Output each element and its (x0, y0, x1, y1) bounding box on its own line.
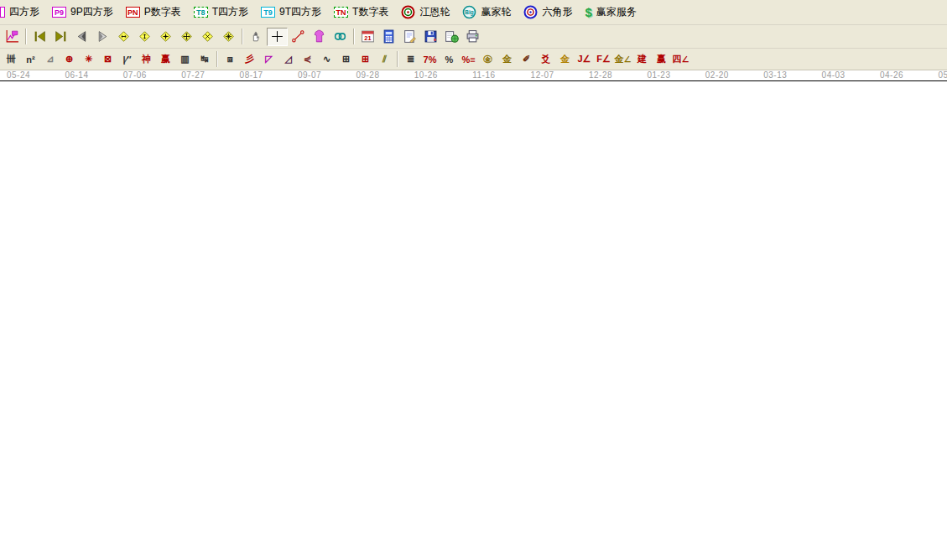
parallel-lines-icon: ⫽ (382, 54, 387, 65)
diamond-4-icon (180, 29, 194, 44)
ruler-grid-tool[interactable]: ▥ (175, 51, 195, 68)
yao-tool[interactable]: 爻 (536, 51, 555, 68)
gold-lines-tool[interactable]: 金 (497, 51, 517, 68)
export-icon (445, 29, 459, 44)
n-squared-tool[interactable]: n² (21, 51, 40, 68)
menu-item-9p-sifangxing[interactable]: P99P四方形 (52, 5, 113, 19)
print-icon (466, 29, 480, 44)
grid-red-tool[interactable]: ⊞ (356, 51, 375, 68)
skip-last-icon (54, 29, 68, 44)
save-button[interactable] (420, 28, 441, 46)
gold-lines-icon: 金 (502, 53, 512, 65)
fan-box-magenta-tool[interactable]: ◸ (259, 51, 278, 68)
menu-liujiaoxing-label: 六角形 (542, 5, 572, 19)
menu-item-t-shuzibiao[interactable]: TNT数字表 (334, 5, 388, 19)
hand-tool[interactable] (246, 28, 267, 46)
parallel-lines-tool[interactable]: ⫽ (375, 51, 394, 68)
ladder-icon: ≣ (407, 54, 414, 65)
diamond-tool-5[interactable] (197, 28, 218, 46)
skip-last-button[interactable] (50, 28, 71, 46)
diamond-tool-4[interactable] (176, 28, 197, 46)
ying-gann-tool[interactable]: 赢 (156, 51, 175, 68)
gold-circle-icon: ㊎ (483, 53, 492, 65)
percent-lines-icon: %≡ (461, 54, 475, 65)
menu-t-shuzibiao-icon: TN (334, 7, 348, 18)
toolbar-separator (353, 29, 355, 44)
date-tick-label: 10-26 (414, 70, 438, 80)
starburst-box-tool[interactable]: ⊠ (98, 51, 117, 68)
trend-flag-tool[interactable] (2, 28, 23, 46)
angle-line-tool[interactable] (288, 28, 309, 46)
grid-tool[interactable]: ⊞ (336, 51, 356, 68)
rect-select-icon: ⧈ (227, 54, 233, 65)
menu-p-shuzibiao-icon: PN (126, 7, 140, 18)
j-angle-icon: J∠ (578, 54, 591, 65)
print-button[interactable] (462, 28, 483, 46)
toolbar-drawing: 卌n²⊿⊕✳⊠|∕″神赢▥↹⧈彡◸◿⋞∿⊞⊞⫽≣7%%%≡㊎金✐爻金J∠F∠金∠… (0, 49, 947, 70)
gold-underline-tool[interactable]: 金 (555, 51, 575, 68)
fan-box-dark-tool[interactable]: ◿ (278, 51, 298, 68)
date-tick-label: 09-07 (298, 70, 321, 80)
diamond-2-icon (138, 29, 152, 44)
chart-canvas[interactable] (0, 70, 947, 560)
shen-gann-tool[interactable]: 神 (137, 51, 156, 68)
export-button[interactable] (441, 28, 462, 46)
menu-item-9t-sifangxing[interactable]: T99T四方形 (261, 5, 321, 19)
diamond-tool-1[interactable] (113, 28, 134, 46)
menu-item-jiangenlun[interactable]: 江恩轮 (401, 5, 450, 19)
zigzag-tool[interactable]: ∿ (317, 51, 336, 68)
j-angle-tool[interactable]: J∠ (575, 51, 594, 68)
skip-first-button[interactable] (29, 28, 50, 46)
ladder-tool[interactable]: ≣ (401, 51, 420, 68)
f-angle-tool[interactable]: F∠ (594, 51, 613, 68)
percent7-tool[interactable]: 7% (420, 51, 440, 68)
menu-t-shuzibiao-label: T数字表 (352, 5, 388, 19)
date-axis: 05-2406-1407-0607-2708-1709-0709-2810-26… (0, 70, 947, 81)
prev-button[interactable] (71, 28, 92, 46)
gann-fan-tool[interactable]: 彡 (240, 51, 259, 68)
compass-icon: ⊕ (65, 54, 73, 65)
jian-angle-tool[interactable]: 建 (632, 51, 652, 68)
marker-tool[interactable]: ✐ (517, 51, 536, 68)
next-button[interactable] (92, 28, 113, 46)
menu-item-t-sifangxing[interactable]: T8T四方形 (194, 5, 248, 19)
date-tick-label: 02-20 (705, 70, 729, 80)
angle-marks-tool[interactable]: |∕″ (117, 51, 137, 68)
shape-tool[interactable] (309, 28, 330, 46)
diamond-5-icon (200, 29, 215, 44)
calendar-button[interactable]: 21 (357, 28, 378, 46)
percent-tool[interactable]: % (440, 51, 459, 68)
width-measure-tool[interactable]: ↹ (195, 51, 214, 68)
diamond-6-icon (221, 29, 236, 44)
notes-button[interactable] (399, 28, 420, 46)
rect-select-tool[interactable]: ⧈ (221, 51, 240, 68)
diamond-tool-6[interactable] (218, 28, 239, 46)
calculator-button[interactable] (378, 28, 399, 46)
compass-tool[interactable]: ⊕ (60, 51, 79, 68)
gold-angle-tool[interactable]: 金∠ (613, 51, 632, 68)
angle-marks-icon: |∕″ (122, 54, 131, 65)
diamond-tool-2[interactable] (134, 28, 155, 46)
starburst-box-icon: ⊠ (104, 54, 112, 65)
menu-item-yingjiafuwu[interactable]: $赢家服务 (585, 5, 636, 19)
percent-lines-tool[interactable]: %≡ (459, 51, 478, 68)
grid-hatch-tool[interactable]: 卌 (2, 51, 21, 68)
diamond-tool-3[interactable] (155, 28, 176, 46)
menu-item-p-shuzibiao[interactable]: PNP数字表 (126, 5, 181, 19)
menu-yingjialun-label: 赢家轮 (481, 5, 511, 19)
menu-yingjiafuwu-icon: $ (585, 5, 591, 19)
menubar: 四方形P99P四方形PNP数字表T8T四方形T99T四方形TNT数字表江恩轮Bi… (0, 0, 947, 25)
rays-tool[interactable]: ⋞ (298, 51, 317, 68)
crosshair-tool[interactable] (267, 28, 288, 46)
gold-circle-tool[interactable]: ㊎ (478, 51, 497, 68)
knot-tool[interactable] (330, 28, 351, 46)
width-measure-icon: ↹ (200, 54, 208, 65)
menu-item-liujiaoxing[interactable]: 六角形 (523, 5, 572, 19)
si-angle-tool[interactable]: 四∠ (671, 51, 690, 68)
sail-tool[interactable]: ⊿ (40, 51, 60, 68)
menu-item-sifangxing-partial[interactable]: 四方形 (2, 5, 39, 19)
toolbar-navigation: 21 (0, 25, 947, 49)
ying-angle-tool[interactable]: 赢 (652, 51, 671, 68)
menu-item-yingjialun[interactable]: Big赢家轮 (462, 5, 511, 19)
starburst-tool[interactable]: ✳ (79, 51, 98, 68)
